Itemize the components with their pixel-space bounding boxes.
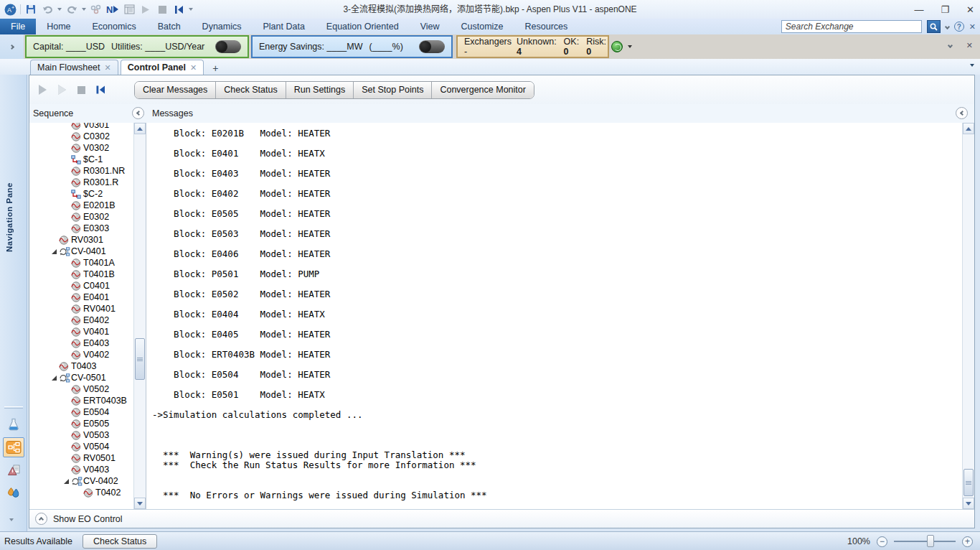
properties-environment-button[interactable] bbox=[3, 414, 24, 434]
tree-item-t0402[interactable]: T0402 bbox=[29, 487, 133, 498]
tree-item-ert0403b[interactable]: ERT0403B bbox=[29, 395, 133, 406]
tree-item-e0303[interactable]: E0303 bbox=[29, 223, 133, 234]
check-status-button[interactable]: Check Status bbox=[216, 82, 286, 98]
tree-item-v0401[interactable]: V0401 bbox=[29, 326, 133, 337]
new-tab-button[interactable]: + bbox=[209, 62, 222, 75]
scrollbar-thumb[interactable] bbox=[963, 469, 974, 496]
tree-item-e0402[interactable]: E0402 bbox=[29, 314, 133, 326]
close-button[interactable]: ✕ bbox=[966, 4, 974, 15]
redo-icon[interactable] bbox=[65, 3, 78, 16]
ribbon-tab-home[interactable]: Home bbox=[36, 19, 81, 34]
tab-close-icon[interactable]: ✕ bbox=[105, 63, 111, 73]
ribbon-tab-view[interactable]: View bbox=[410, 19, 451, 34]
tree-item-cv-0501[interactable]: CV-0501 bbox=[29, 372, 133, 383]
tree-item-cv-0402[interactable]: CV-0402 bbox=[29, 475, 133, 487]
tree-item-rv0401[interactable]: RV0401 bbox=[29, 303, 133, 314]
tree-item-c0401[interactable]: C0401 bbox=[29, 280, 133, 292]
tree-item-cv-0401[interactable]: CV-0401 bbox=[29, 246, 133, 257]
chevron-down-icon[interactable] bbox=[945, 24, 950, 29]
tree-item-c0302[interactable]: C0302 bbox=[29, 131, 133, 142]
scroll-down-button[interactable] bbox=[134, 498, 146, 509]
data-reconciliation-icon[interactable] bbox=[90, 3, 103, 16]
scroll-up-button[interactable] bbox=[134, 123, 146, 134]
ribbon-tab-equation-oriented[interactable]: Equation Oriented bbox=[316, 19, 410, 34]
undo-dropdown-icon[interactable] bbox=[57, 8, 62, 11]
navstrip-more-icon[interactable] bbox=[9, 518, 14, 521]
tree-item-r0301-nr[interactable]: R0301.NR bbox=[29, 165, 133, 177]
safety-analysis-environment-button[interactable] bbox=[3, 460, 24, 480]
tree-item-v0302[interactable]: V0302 bbox=[29, 142, 133, 154]
minimize-button[interactable]: — bbox=[914, 4, 923, 15]
tree-item-e0505[interactable]: E0505 bbox=[29, 418, 133, 429]
run-icon[interactable] bbox=[139, 3, 152, 16]
expander-icon[interactable] bbox=[52, 249, 57, 254]
show-eo-control-button[interactable] bbox=[35, 513, 47, 525]
expander-icon[interactable] bbox=[64, 479, 69, 484]
tree-item-v0402[interactable]: V0402 bbox=[29, 349, 133, 360]
ribbon-close-icon[interactable]: ✕ bbox=[966, 41, 973, 50]
ribbon-tab-economics[interactable]: Economics bbox=[82, 19, 147, 34]
tree-item-v0403[interactable]: V0403 bbox=[29, 464, 133, 475]
exchange-icon[interactable]: ✕ bbox=[969, 22, 976, 32]
collapse-messages-button[interactable] bbox=[956, 107, 968, 119]
tab-control-panel[interactable]: Control Panel✕ bbox=[121, 60, 204, 75]
search-icon[interactable] bbox=[927, 20, 941, 33]
ribbon-tab-dynamics[interactable]: Dynamics bbox=[192, 19, 253, 34]
tree-item-t0401b[interactable]: T0401B bbox=[29, 269, 133, 280]
ribbon-tab-customize[interactable]: Customize bbox=[451, 19, 514, 34]
tree-item-t0401a[interactable]: T0401A bbox=[29, 257, 133, 269]
tree-item-rv0301[interactable]: RV0301 bbox=[29, 234, 133, 246]
control-panel-icon[interactable] bbox=[123, 3, 136, 16]
tree-item-e0201b[interactable]: E0201B bbox=[29, 200, 133, 211]
set-stop-points-button[interactable]: Set Stop Points bbox=[354, 82, 432, 98]
zoom-in-icon[interactable]: + bbox=[962, 536, 973, 547]
zoom-slider[interactable] bbox=[894, 541, 956, 542]
ribbon-tab-resources[interactable]: Resources bbox=[514, 19, 579, 34]
clear-messages-button[interactable]: Clear Messages bbox=[135, 82, 216, 98]
messages-scrollbar[interactable] bbox=[962, 123, 974, 509]
tree-item-e0302[interactable]: E0302 bbox=[29, 211, 133, 223]
run-icon[interactable] bbox=[37, 84, 48, 95]
reinitialize-icon[interactable] bbox=[95, 84, 106, 95]
ribbon-tab-batch[interactable]: Batch bbox=[147, 19, 192, 34]
scroll-up-button[interactable] bbox=[963, 123, 974, 134]
tree-item-e0401[interactable]: E0401 bbox=[29, 292, 133, 303]
check-status-button[interactable]: Check Status bbox=[83, 534, 157, 549]
tab-list-dropdown-icon[interactable] bbox=[970, 64, 974, 67]
simulation-environment-button[interactable] bbox=[3, 437, 24, 457]
save-icon[interactable] bbox=[24, 3, 37, 16]
ribbon-tab-file[interactable]: File bbox=[0, 19, 36, 34]
zoom-slider-thumb[interactable] bbox=[927, 535, 934, 547]
tree-item-v0502[interactable]: V0502 bbox=[29, 383, 133, 395]
energy-toggle[interactable] bbox=[419, 40, 445, 53]
tree-item-rv0501[interactable]: RV0501 bbox=[29, 452, 133, 464]
tab-close-icon[interactable]: ✕ bbox=[190, 63, 197, 73]
zoom-out-icon[interactable]: − bbox=[877, 536, 887, 547]
expand-pane-button[interactable] bbox=[0, 34, 24, 59]
scrollbar-thumb[interactable] bbox=[135, 338, 145, 380]
ribbon-collapse-icon[interactable] bbox=[948, 43, 953, 48]
help-icon[interactable]: ? bbox=[954, 22, 964, 32]
collapse-sequence-button[interactable] bbox=[132, 107, 144, 119]
tree-item-t0403[interactable]: T0403 bbox=[29, 360, 133, 372]
run-settings-button[interactable]: Run Settings bbox=[286, 82, 354, 98]
tree-item-e0504[interactable]: E0504 bbox=[29, 406, 133, 418]
economics-toggle[interactable] bbox=[215, 40, 241, 53]
exchangers-dropdown-icon[interactable] bbox=[628, 45, 632, 48]
navigation-pane-strip[interactable]: Navigation Pane bbox=[0, 75, 27, 531]
tree-item-v0301[interactable]: V0301 bbox=[29, 123, 133, 131]
sequence-scrollbar[interactable] bbox=[133, 123, 146, 509]
exchangers-status-icon[interactable] bbox=[611, 41, 623, 52]
expander-icon[interactable] bbox=[52, 376, 57, 381]
step-icon[interactable] bbox=[56, 84, 67, 95]
undo-icon[interactable] bbox=[41, 3, 54, 16]
tree-item-v0504[interactable]: V0504 bbox=[29, 441, 133, 452]
tab-main-flowsheet[interactable]: Main Flowsheet✕ bbox=[30, 60, 118, 75]
ribbon-tab-plant-data[interactable]: Plant Data bbox=[252, 19, 315, 34]
tree-item-c-1[interactable]: $C-1 bbox=[29, 154, 133, 165]
qat-customize-icon[interactable] bbox=[189, 8, 193, 11]
reinitialize-icon[interactable] bbox=[172, 3, 185, 16]
tree-item-c-2[interactable]: $C-2 bbox=[29, 188, 133, 200]
energy-analysis-environment-button[interactable] bbox=[3, 483, 24, 503]
search-exchange-input[interactable] bbox=[781, 20, 922, 33]
